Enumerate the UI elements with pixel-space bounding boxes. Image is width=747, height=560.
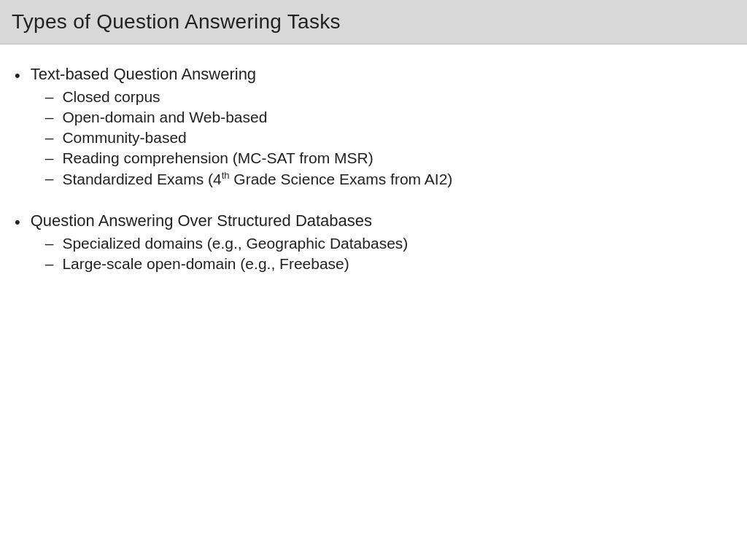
sub-item-text: Open-domain and Web-based xyxy=(62,109,267,126)
bullet-dot: • xyxy=(15,66,20,85)
list-item: –Specialized domains (e.g., Geographic D… xyxy=(31,235,725,252)
list-item: –Reading comprehension (MC-SAT from MSR) xyxy=(31,149,725,167)
section-content-text-based: Text-based Question Answering–Closed cor… xyxy=(31,65,725,191)
slide-header: Types of Question Answering Tasks xyxy=(0,0,747,44)
dash: – xyxy=(45,109,54,126)
bullet-dot: • xyxy=(15,213,20,232)
slide-content: •Text-based Question Answering–Closed co… xyxy=(0,44,747,311)
list-item: –Large-scale open-domain (e.g., Freebase… xyxy=(31,255,725,273)
list-item: –Closed corpus xyxy=(31,88,725,106)
sub-item-text: Standardized Exams (4th Grade Science Ex… xyxy=(62,170,452,188)
dash: – xyxy=(45,235,54,252)
sub-list-text-based: –Closed corpus–Open-domain and Web-based… xyxy=(31,88,725,188)
slide-title: Types of Question Answering Tasks xyxy=(12,10,732,34)
dash: – xyxy=(45,170,54,187)
section-label-structured-db: Question Answering Over Structured Datab… xyxy=(31,211,725,230)
dash: – xyxy=(45,149,54,167)
dash: – xyxy=(45,255,54,273)
top-level-list: •Text-based Question Answering–Closed co… xyxy=(15,65,725,276)
sub-list-structured-db: –Specialized domains (e.g., Geographic D… xyxy=(31,235,725,273)
dash: – xyxy=(45,129,54,147)
sub-item-text: Large-scale open-domain (e.g., Freebase) xyxy=(62,255,349,273)
section-label-text-based: Text-based Question Answering xyxy=(31,65,725,84)
superscript: th xyxy=(222,170,230,181)
top-level-item-structured-db: •Question Answering Over Structured Data… xyxy=(15,211,725,276)
list-item: –Standardized Exams (4th Grade Science E… xyxy=(31,170,725,188)
top-level-item-text-based: •Text-based Question Answering–Closed co… xyxy=(15,65,725,191)
section-content-structured-db: Question Answering Over Structured Datab… xyxy=(31,211,725,276)
dash: – xyxy=(45,88,54,106)
sub-item-text: Specialized domains (e.g., Geographic Da… xyxy=(62,235,408,252)
sub-item-text: Reading comprehension (MC-SAT from MSR) xyxy=(62,149,373,167)
list-item: –Open-domain and Web-based xyxy=(31,109,725,126)
sub-item-text: Closed corpus xyxy=(62,88,160,106)
list-item: –Community-based xyxy=(31,129,725,147)
sub-item-text: Community-based xyxy=(62,129,186,147)
